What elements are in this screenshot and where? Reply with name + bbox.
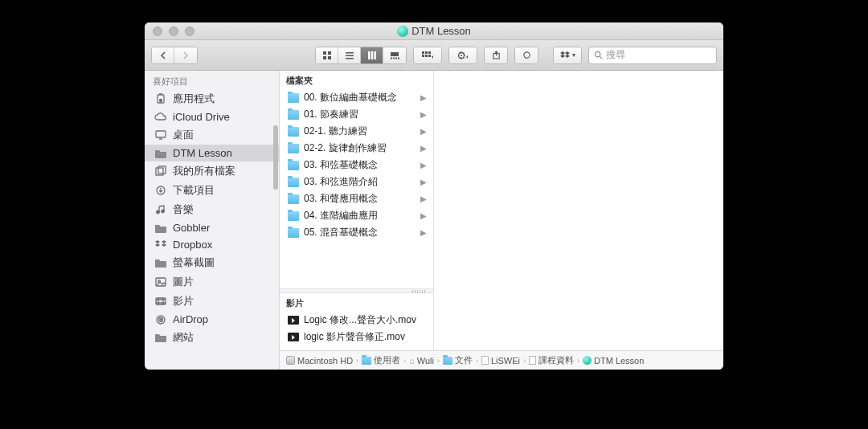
folder-icon [443,357,452,365]
folder-icon [362,357,371,365]
column-view-button[interactable] [361,47,383,63]
gallery-view-button[interactable] [383,47,406,63]
minimize-button[interactable] [169,27,178,36]
chevron-right-icon: ▶ [420,194,427,203]
folder-item-8[interactable]: 05. 混音基礎概念▶ [280,224,433,241]
forward-button[interactable] [174,47,197,63]
sidebar-item-12[interactable]: AirDrop [145,311,279,328]
path-crumb-2[interactable]: ⌂Wuli [409,356,434,366]
arrange-button-group [413,47,442,64]
desktop-icon [154,129,167,141]
back-button[interactable] [152,47,174,63]
sidebar-item-label: DTM Lesson [173,147,232,159]
path-separator: › [523,357,526,365]
dropbox-button-group: ▾ [553,47,582,64]
sidebar-item-11[interactable]: 影片 [145,292,279,311]
video-label: Logic 修改...聲音大小.mov [304,313,416,327]
action-button-group [448,47,477,64]
search-field[interactable]: 搜尋 [588,47,717,64]
folder-item-3[interactable]: 02-2. 旋律創作練習▶ [280,140,433,157]
sidebar-item-6[interactable]: 音樂 [145,200,279,219]
sidebar-item-9[interactable]: 螢幕截圖 [145,253,279,272]
folder-label: 03. 和弦基礎概念 [304,158,378,172]
share-button-group [484,47,508,64]
sidebar-item-label: Dropbox [173,239,212,251]
path-crumb-0[interactable]: Macintosh HD [286,356,353,366]
path-crumb-5[interactable]: 課程資料 [529,354,574,366]
section-divider [280,288,433,293]
folder-item-6[interactable]: 03. 和聲應用概念▶ [280,190,433,207]
svg-rect-4 [346,52,354,54]
svg-point-22 [461,55,462,56]
icon-view-button[interactable] [316,47,338,63]
folder-item-7[interactable]: 04. 進階編曲應用▶ [280,207,433,224]
window-title-text: DTM Lesson [411,25,471,37]
sidebar-item-10[interactable]: 圖片 [145,272,279,292]
svg-rect-20 [428,55,431,57]
sidebar-item-13[interactable]: 網站 [145,328,279,347]
svg-rect-12 [393,57,395,59]
svg-rect-11 [391,57,392,59]
sidebar-item-label: Gobbler [173,222,210,234]
folder-label: 03. 和弦進階介紹 [304,175,378,189]
list-view-button[interactable] [338,47,361,63]
svg-point-33 [162,210,165,213]
path-label: Macintosh HD [297,356,353,366]
sidebar-item-4[interactable]: 我的所有檔案 [145,161,279,181]
sidebar-item-8[interactable]: Dropbox [145,236,279,253]
sidebar-item-label: 桌面 [173,128,194,142]
sidebar-item-0[interactable]: 應用程式 [145,89,279,108]
sidebar: 喜好項目 應用程式iCloud Drive桌面DTM Lesson我的所有檔案下… [145,71,280,370]
path-separator: › [577,357,579,365]
dropbox-button[interactable]: ▾ [554,47,581,63]
folder-label: 04. 進階編曲應用 [304,209,378,223]
sidebar-item-7[interactable]: Gobbler [145,219,279,236]
svg-point-39 [160,319,162,321]
tags-button[interactable] [515,47,538,63]
zoom-button[interactable] [185,27,194,36]
finder-window: DTM Lesson [145,22,723,370]
sidebar-item-5[interactable]: 下載項目 [145,181,279,200]
path-crumb-1[interactable]: 使用者 [362,354,400,366]
path-crumb-6[interactable]: DTM Lesson [583,356,644,366]
sidebar-item-1[interactable]: iCloud Drive [145,108,279,125]
share-button[interactable] [485,47,507,63]
path-crumb-3[interactable]: 文件 [443,354,473,366]
folder-item-0[interactable]: 00. 數位編曲基礎概念▶ [280,89,433,106]
nav-buttons [151,47,198,64]
close-button[interactable] [153,27,162,36]
svg-rect-6 [346,58,354,59]
svg-rect-1 [328,51,331,55]
folder-icon [154,148,167,159]
folder-icon [288,178,299,187]
video-item-1[interactable]: logic 影片聲音修正.mov [280,329,433,345]
chevron-right-icon: ▶ [420,144,427,153]
action-button[interactable] [449,47,477,63]
svg-rect-13 [395,57,397,59]
cloud-icon [154,112,167,123]
folder-item-1[interactable]: 01. 節奏練習▶ [280,106,433,123]
sidebar-scrollbar[interactable] [273,125,278,190]
sidebar-item-label: 我的所有檔案 [173,164,235,178]
folder-item-2[interactable]: 02-1. 聽力練習▶ [280,123,433,140]
sidebar-item-label: iCloud Drive [173,111,230,123]
path-label: LiSWEi [491,356,520,366]
folder-icon [288,93,299,103]
video-item-0[interactable]: Logic 修改...聲音大小.mov [280,312,433,329]
sidebar-item-2[interactable]: 桌面 [145,125,279,145]
tags-button-group [514,47,538,64]
column-view: 檔案夾 00. 數位編曲基礎概念▶01. 節奏練習▶02-1. 聽力練習▶02-… [280,71,723,370]
svg-rect-19 [425,55,428,57]
path-crumb-4[interactable]: LiSWEi [481,356,520,366]
column-1: 檔案夾 00. 數位編曲基礎概念▶01. 節奏練習▶02-1. 聽力練習▶02-… [280,71,434,350]
folder-icon [288,144,299,153]
apps-icon [154,93,167,104]
sidebar-item-label: 圖片 [173,275,194,289]
home-icon: ⌂ [409,356,415,366]
folder-item-5[interactable]: 03. 和弦進階介紹▶ [280,174,433,190]
sidebar-item-3[interactable]: DTM Lesson [145,145,279,161]
folder-item-4[interactable]: 03. 和弦基礎概念▶ [280,157,433,174]
arrange-button[interactable] [414,47,441,63]
folder-icon [154,223,167,234]
svg-rect-36 [156,298,166,304]
